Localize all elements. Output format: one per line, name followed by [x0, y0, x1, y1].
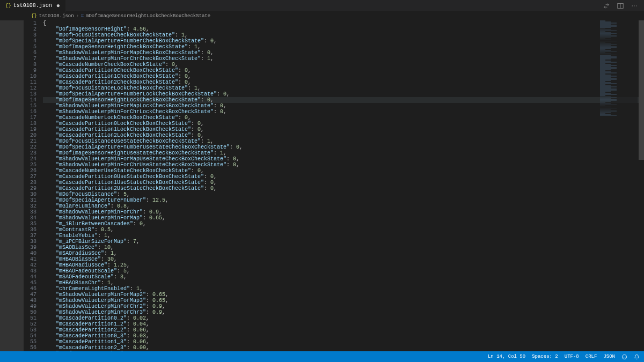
- code-line[interactable]: "mDofImageSensorHeightCheckBoxCheckState…: [43, 44, 644, 50]
- line-number: 20: [24, 132, 36, 138]
- code-line[interactable]: "mShadowValueLerpMinForChrCheckBoxCheckS…: [43, 56, 644, 62]
- encoding-status[interactable]: UTF-8: [565, 354, 579, 359]
- line-number: 37: [24, 233, 36, 239]
- line-number: 26: [24, 168, 36, 174]
- code-line[interactable]: "mDofImageSensorHeightUseStateCheckBoxCh…: [43, 150, 644, 156]
- line-number: 45: [24, 280, 36, 286]
- code-line[interactable]: "mShadowValueLerpMinForMapLockCheckBoxCh…: [43, 103, 644, 109]
- line-number: 5: [24, 44, 36, 50]
- code-line[interactable]: "mDofFocusDistanceLockCheckBoxCheckState…: [43, 85, 644, 91]
- line-number: 16: [24, 109, 36, 115]
- feedback-icon[interactable]: [621, 354, 627, 360]
- indentation-status[interactable]: Spaces: 2: [532, 354, 558, 359]
- code-line[interactable]: "mCascadePartition2LockCheckBoxCheckStat…: [43, 132, 644, 138]
- notifications-icon[interactable]: [634, 354, 640, 360]
- breadcrumb-file[interactable]: tst0108.json: [39, 13, 74, 19]
- code-line[interactable]: "mShadowValueLerpMinForMap": 0.65,: [43, 215, 644, 221]
- code-line[interactable]: "DofImageSensorHeight": 4.56,: [43, 26, 644, 32]
- scrollbar-thumb[interactable]: [639, 20, 644, 160]
- code-line[interactable]: "mShadowValueLerpMinForChrLockCheckBoxCh…: [43, 109, 644, 115]
- code-line[interactable]: "m_iBlurBetweenCascades": 0,: [43, 221, 644, 227]
- code-line[interactable]: "mDofFocusDistance": 5,: [43, 191, 644, 197]
- language-mode[interactable]: JSON: [603, 354, 615, 359]
- line-number: 47: [24, 292, 36, 298]
- line-number: 51: [24, 315, 36, 321]
- line-number: 46: [24, 286, 36, 292]
- vertical-scrollbar[interactable]: [639, 20, 644, 350]
- code-line[interactable]: "mDofFocusDistanceUseStateCheckBoxCheckS…: [43, 138, 644, 144]
- code-line[interactable]: "mCascadePartition1UseStateCheckBoxCheck…: [43, 180, 644, 186]
- dirty-indicator-icon: ●: [56, 4, 60, 8]
- code-line[interactable]: "mHBAORadiusSce": 1.25,: [43, 262, 644, 268]
- code-line[interactable]: "mCascadePartition2CheckBoxCheckState": …: [43, 79, 644, 85]
- line-number: 18: [24, 121, 36, 127]
- code-line[interactable]: "mShadowValueLerpMinForMap2": 0.65,: [43, 292, 644, 298]
- code-line[interactable]: "mCascadePartition1_3": 0.06,: [43, 339, 644, 345]
- code-line[interactable]: {: [43, 20, 644, 26]
- code-line[interactable]: "mCascadePartition2UseStateCheckBoxCheck…: [43, 186, 644, 191]
- code-line[interactable]: "mCascadePartition2_2": 0.06,: [43, 327, 644, 333]
- activity-bar[interactable]: [0, 20, 24, 351]
- line-number: 27: [24, 174, 36, 180]
- code-line[interactable]: "mShadowValueLerpMinForMap3": 0.65,: [43, 298, 644, 304]
- code-line[interactable]: "mShadowValueLerpMinForChr": 0.9,: [43, 209, 644, 215]
- code-line[interactable]: "mSAOBiasSce": 10,: [43, 245, 644, 250]
- code-line[interactable]: "mGlareLuminance": 0.8,: [43, 203, 644, 209]
- code-line[interactable]: "mShadowValueLerpMinForMapCheckBoxCheckS…: [43, 50, 644, 56]
- code-line[interactable]: "mCascadePartition0_3": 0.03,: [43, 333, 644, 339]
- code-line[interactable]: "mDofFocusDistanceCheckBoxCheckState": 1…: [43, 32, 644, 38]
- code-line[interactable]: "mDofSpecialApertureFnumberUseStateCheck…: [43, 144, 644, 150]
- code-editor[interactable]: { "DofImageSensorHeight": 4.56, "mDofFoc…: [43, 20, 644, 351]
- code-line[interactable]: "mShadowValueLerpMinForChrUseStateCheckB…: [43, 162, 644, 168]
- split-editor-icon[interactable]: [617, 3, 624, 9]
- cursor-position[interactable]: Ln 14, Col 50: [488, 354, 525, 359]
- line-number: 10: [24, 73, 36, 79]
- eol-status[interactable]: CRLF: [586, 354, 597, 359]
- code-line[interactable]: "mCascadePartition1_2": 0.04,: [43, 321, 644, 327]
- breadcrumb-symbol[interactable]: mDofImageSensorHeightLockCheckBoxCheckSt…: [86, 13, 210, 19]
- breadcrumb[interactable]: {} tst0108.json › ⌗ mDofImageSensorHeigh…: [0, 12, 644, 20]
- code-line[interactable]: "mCascadePartition1CheckBoxCheckState": …: [43, 73, 644, 79]
- code-line[interactable]: "mContrastR": 0.5,: [43, 227, 644, 233]
- svg-point-2: [632, 5, 633, 6]
- code-line[interactable]: "mCascadeNumberCheckBoxCheckState": 0,: [43, 62, 644, 68]
- code-line[interactable]: "mHBAOBiasChr": 1,: [43, 280, 644, 286]
- code-line[interactable]: "mSAOradiusSce": 1,: [43, 250, 644, 256]
- line-number: 14: [24, 97, 36, 103]
- code-line[interactable]: "mCascadePartition0CheckBoxCheckState": …: [43, 68, 644, 73]
- code-line[interactable]: "mCascadePartition0UseStateCheckBoxCheck…: [43, 174, 644, 180]
- code-line[interactable]: "mHBAOFadeoutScale": 5,: [43, 268, 644, 274]
- more-actions-icon[interactable]: [631, 3, 638, 9]
- line-number: 30: [24, 191, 36, 197]
- line-number: 41: [24, 256, 36, 262]
- code-line[interactable]: "mDofSpecialApertureFnumber": 12.5,: [43, 197, 644, 203]
- svg-point-3: [634, 5, 635, 6]
- code-line[interactable]: "mShadowValueLerpMinForMapUseStateCheckB…: [43, 156, 644, 162]
- chevron-right-icon: ›: [76, 13, 79, 19]
- code-line[interactable]: "mCascadePartition0_2": 0.02,: [43, 315, 644, 321]
- line-number-gutter: 1234567891011121314151617181920212223242…: [24, 20, 43, 351]
- code-line[interactable]: "mShadowValueLerpMinForChr3": 0.9,: [43, 309, 644, 315]
- code-line[interactable]: "mSAOFadeoutScale": 3,: [43, 274, 644, 280]
- code-line[interactable]: "mCascadeNumberLockCheckBoxCheckState": …: [43, 115, 644, 121]
- compare-changes-icon[interactable]: [603, 3, 610, 9]
- line-number: 21: [24, 138, 36, 144]
- code-line[interactable]: "mDofSpecialApertureFnumberCheckBoxCheck…: [43, 38, 644, 44]
- code-line[interactable]: "mCascadePartition1LockCheckBoxCheckStat…: [43, 127, 644, 132]
- code-line[interactable]: "mHBAOBiasSce": 30,: [43, 256, 644, 262]
- code-line[interactable]: "chrCameraLightEnabled": 1,: [43, 286, 644, 292]
- code-line[interactable]: "EnableYebis": 1,: [43, 233, 644, 239]
- line-number: 39: [24, 245, 36, 250]
- code-line[interactable]: "mDofImageSensorHeightLockCheckBoxCheckS…: [43, 97, 644, 103]
- code-line[interactable]: "mShadowValueLerpMinForChr2": 0.9,: [43, 304, 644, 309]
- line-number: 44: [24, 274, 36, 280]
- code-line[interactable]: "mCascadePartition2_3": 0.09,: [43, 345, 644, 351]
- code-line[interactable]: "m_iPCFBlurSizeForMap": 7,: [43, 239, 644, 245]
- line-number: 31: [24, 197, 36, 203]
- code-line[interactable]: "mCascadeNumberUseStateCheckBoxCheckStat…: [43, 168, 644, 174]
- editor-tab[interactable]: {} tst0108.json ●: [0, 0, 66, 12]
- code-line[interactable]: "mDofSpecialApertureFnumberLockCheckBoxC…: [43, 91, 644, 97]
- line-number: 55: [24, 339, 36, 345]
- minimap[interactable]: [600, 20, 638, 171]
- code-line[interactable]: "mCascadePartition0LockCheckBoxCheckStat…: [43, 121, 644, 127]
